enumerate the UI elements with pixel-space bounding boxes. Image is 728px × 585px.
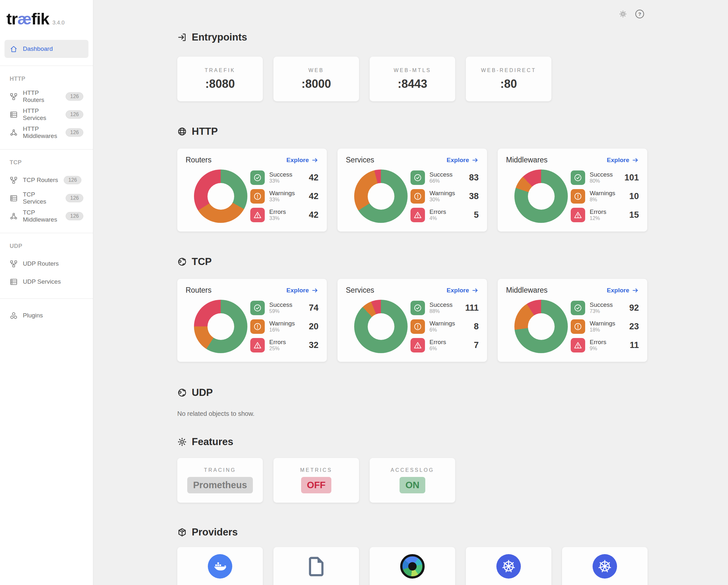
entrypoint-label: WEB-REDIRECT — [481, 68, 536, 73]
sidebar-item-http-routers[interactable]: HTTP Routers 126 — [4, 87, 88, 105]
file-icon — [304, 554, 329, 579]
stat-warnings: Warnings16% 20 — [250, 319, 318, 334]
feature-card-metrics: METRICS OFF — [274, 458, 359, 503]
count-badge: 126 — [66, 92, 83, 101]
warning-icon — [250, 189, 265, 204]
donut-chart — [354, 169, 408, 223]
success-icon — [250, 301, 265, 315]
help-icon[interactable]: ? — [635, 10, 644, 18]
stat-warnings: Warnings30% 38 — [411, 189, 479, 204]
docker-icon — [208, 554, 232, 579]
sidebar-item-tcp-middlewares[interactable]: TCP Middlewares 126 — [4, 207, 88, 225]
explore-link[interactable]: Explore — [286, 157, 318, 164]
explore-link[interactable]: Explore — [607, 157, 639, 164]
sidebar-item-plugins[interactable]: Plugins — [4, 307, 88, 324]
sidebar-item-tcp-services[interactable]: TCP Services 126 — [4, 189, 88, 207]
error-icon — [411, 208, 425, 222]
app-logo: træfik 3.4.0 — [0, 0, 93, 31]
stat-errors: Errors4% 5 — [411, 208, 479, 222]
tcp-section: TCP Routers Explore Success59% 74 — [177, 256, 648, 362]
entrypoint-port: :8080 — [205, 77, 235, 91]
success-icon — [250, 170, 265, 185]
sign-in-icon — [177, 32, 187, 42]
success-icon — [571, 170, 585, 185]
stat-success: Success66% 83 — [411, 170, 479, 185]
feature-value-badge: ON — [399, 477, 425, 493]
plugins-icon — [10, 312, 18, 320]
http-cards: Routers Explore Success33% 42 Warnings3 — [177, 149, 648, 232]
count-badge: 126 — [66, 110, 83, 119]
arrow-right-icon — [472, 157, 479, 164]
explore-link[interactable]: Explore — [607, 287, 639, 294]
sidebar-item-label: Dashboard — [23, 45, 53, 52]
sidebar-section-tcp: TCP — [0, 157, 93, 171]
entrypoint-card-web: WEB :8000 — [274, 57, 359, 101]
sidebar-divider — [0, 65, 93, 66]
entrypoints-heading: Entrypoints — [177, 31, 648, 43]
main-content: ? Entrypoints TRAEFIK :8080 WEB :8000 WE… — [93, 0, 728, 585]
sidebar-item-udp-routers[interactable]: UDP Routers — [4, 255, 88, 273]
explore-link[interactable]: Explore — [286, 287, 318, 294]
tcp-middlewares-card: Middlewares Explore Success73% 92 Warni — [498, 279, 647, 362]
count-badge: 126 — [66, 128, 83, 137]
error-icon — [411, 338, 425, 352]
donut-chart — [194, 300, 248, 353]
gear-icon — [177, 437, 187, 447]
entrypoint-label: WEB — [309, 68, 324, 73]
kubernetes-icon — [593, 554, 617, 579]
http-routers-card: Routers Explore Success33% 42 Warnings3 — [177, 149, 327, 232]
sidebar-item-dashboard[interactable]: Dashboard — [4, 40, 88, 58]
sidebar-item-label: HTTP Middlewares — [23, 126, 60, 139]
sidebar-divider — [0, 298, 93, 299]
error-icon — [571, 208, 585, 222]
count-badge: 126 — [66, 194, 83, 202]
providers-heading: Providers — [177, 527, 648, 538]
entrypoints-cards: TRAEFIK :8080 WEB :8000 WEB-MTLS :8443 W… — [177, 57, 648, 101]
sidebar-item-udp-services[interactable]: UDP Services — [4, 273, 88, 291]
stat-success: Success73% 92 — [571, 301, 639, 315]
sidebar-item-http-services[interactable]: HTTP Services 126 — [4, 105, 88, 124]
stat-errors: Errors6% 7 — [411, 338, 479, 352]
kubernetes-icon — [496, 554, 521, 579]
sidebar-item-label: TCP Services — [23, 191, 60, 205]
routers-icon — [10, 92, 18, 101]
card-title: Routers — [186, 286, 212, 295]
theme-toggle-icon[interactable] — [619, 10, 627, 18]
stat-success: Success33% 42 — [250, 170, 318, 185]
logo-ae-accent: æ — [17, 10, 31, 28]
entrypoint-port: :80 — [500, 77, 517, 91]
provider-card-docker: Docker — [177, 547, 263, 585]
stat-warnings: Warnings18% 23 — [571, 319, 639, 334]
http-middlewares-card: Middlewares Explore Success80% 101 Warn — [498, 149, 647, 232]
card-title: Routers — [186, 156, 212, 164]
donut-chart — [194, 169, 248, 223]
stat-errors: Errors12% 15 — [571, 208, 639, 222]
middlewares-icon — [10, 212, 18, 220]
warning-icon — [571, 189, 585, 204]
sidebar-item-http-middlewares[interactable]: HTTP Middlewares 126 — [4, 124, 88, 141]
arrow-right-icon — [311, 287, 318, 294]
success-icon — [411, 301, 425, 315]
sidebar-section-http: HTTP — [0, 74, 93, 87]
count-badge: 126 — [64, 176, 81, 184]
features-cards: TRACING Prometheus METRICS OFF ACCESSLOG… — [177, 458, 648, 503]
stat-warnings: Warnings8% 10 — [571, 189, 639, 204]
explore-link[interactable]: Explore — [446, 157, 479, 164]
udp-heading: UDP — [177, 387, 648, 398]
services-icon — [10, 194, 18, 202]
arrow-right-icon — [311, 157, 318, 164]
sidebar-item-tcp-routers[interactable]: TCP Routers 126 — [4, 171, 88, 189]
routers-icon — [10, 176, 18, 184]
explore-link[interactable]: Explore — [446, 287, 479, 294]
arrow-right-icon — [632, 157, 639, 164]
app-logo-text: træfik — [6, 10, 49, 28]
feature-label: ACCESSLOG — [391, 467, 434, 473]
tcp-routers-card: Routers Explore Success59% 74 Warnings1 — [177, 279, 327, 362]
tcp-heading: TCP — [177, 256, 648, 268]
sidebar-item-label: TCP Middlewares — [23, 209, 60, 223]
success-icon — [571, 301, 585, 315]
entrypoint-card-web-mtls: WEB-MTLS :8443 — [370, 57, 455, 101]
entrypoint-card-traefik: TRAEFIK :8080 — [177, 57, 263, 101]
entrypoint-port: :8443 — [398, 77, 427, 91]
package-icon — [177, 527, 187, 537]
